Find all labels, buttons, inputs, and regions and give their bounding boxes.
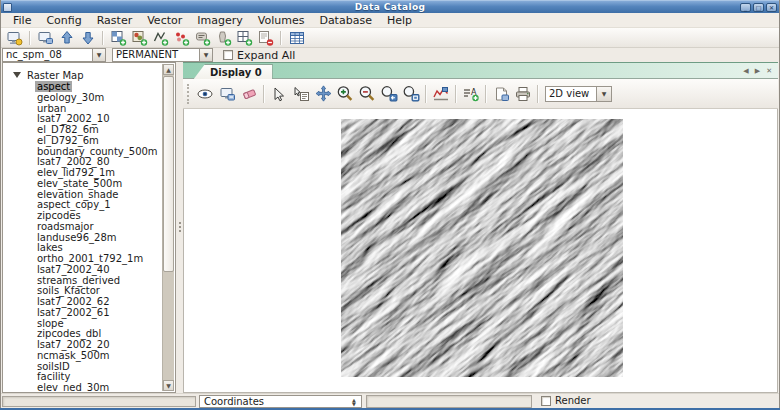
- render-checkbox[interactable]: [541, 396, 551, 406]
- add-labels-icon[interactable]: [193, 29, 212, 47]
- menu-item[interactable]: Database: [312, 13, 380, 28]
- expand-all-checkbox[interactable]: [223, 50, 233, 60]
- tree-scrollbar[interactable]: ▲ ▼: [162, 64, 174, 391]
- zoom-extent-icon[interactable]: [400, 83, 422, 105]
- save-display-icon[interactable]: [216, 83, 238, 105]
- display-toolbar: A 2D view ▼: [183, 79, 778, 109]
- mapset-value: PERMANENT: [116, 49, 178, 60]
- tab-display-0[interactable]: Display 0: [193, 64, 273, 80]
- window-icon: [3, 3, 12, 12]
- menu-item[interactable]: Volumes: [251, 13, 313, 28]
- scrollbar-thumb[interactable]: [163, 76, 174, 272]
- chevron-down-icon[interactable]: ▼: [92, 49, 105, 61]
- maximize-button[interactable]: □: [753, 3, 764, 12]
- statusbar-text-field: [366, 395, 532, 408]
- pointer-icon[interactable]: [268, 83, 290, 105]
- tree-item[interactable]: ncmask_500m: [4, 351, 162, 362]
- tab-close-icon[interactable]: ✕: [766, 67, 772, 76]
- menubar: FileConfigRasterVectorImageryVolumesData…: [1, 13, 779, 28]
- location-bar: nc_spm_08 ▼ PERMANENT ▼ Expand All: [1, 48, 779, 62]
- tree-item[interactable]: aspect_copy_1: [4, 200, 162, 211]
- tree-item[interactable]: soilsID: [4, 362, 162, 373]
- tree-root-label: Raster Map: [27, 70, 84, 81]
- analyze-icon[interactable]: [430, 83, 452, 105]
- tree-item[interactable]: lsat7_2002_40: [4, 265, 162, 276]
- statusbar-mode-value: Coordinates: [204, 396, 264, 407]
- save-workspace-icon[interactable]: [78, 29, 97, 47]
- main-toolbar: [1, 28, 779, 48]
- tree-item-list: aspectgeology_30murbanlsat7_2002_10el_D7…: [4, 82, 162, 391]
- scroll-up-icon[interactable]: ▲: [163, 64, 174, 75]
- add-thematic-icon[interactable]: [172, 29, 191, 47]
- zoom-back-icon[interactable]: [378, 83, 400, 105]
- toolbar-grip-icon[interactable]: [187, 84, 190, 104]
- map-canvas[interactable]: [183, 109, 778, 393]
- statusbar: Coordinates ▲▼ Render: [0, 393, 780, 408]
- toolbar-separator: [29, 31, 31, 45]
- add-raster-icon[interactable]: [109, 29, 128, 47]
- add-overlay-icon[interactable]: A: [460, 83, 482, 105]
- toolbar-separator: [485, 85, 487, 103]
- toolbar-separator: [102, 31, 104, 45]
- add-rgb-icon[interactable]: [130, 29, 149, 47]
- add-group-icon[interactable]: [235, 29, 254, 47]
- new-display-icon[interactable]: [5, 29, 24, 47]
- display-notebook: Display 0 ◀ ▶ ✕: [183, 62, 778, 393]
- toolbar-separator: [263, 85, 265, 103]
- zoom-in-icon[interactable]: [334, 83, 356, 105]
- tree-item[interactable]: elev_state_500m: [4, 179, 162, 190]
- load-workspace-icon[interactable]: [57, 29, 76, 47]
- zoom-out-icon[interactable]: [356, 83, 378, 105]
- tree-item[interactable]: el_D792_6m: [4, 136, 162, 147]
- view-mode-combobox[interactable]: 2D view: [545, 86, 597, 102]
- tree-item[interactable]: lsat7_2002_61: [4, 308, 162, 319]
- query-icon[interactable]: [290, 83, 312, 105]
- menu-item[interactable]: Imagery: [190, 13, 250, 28]
- menu-item[interactable]: Vector: [140, 13, 190, 28]
- raster-map-tree: Raster Map aspectgeology_30murbanlsat7_2…: [4, 64, 162, 391]
- scroll-down-icon[interactable]: ▼: [163, 380, 174, 391]
- render-label: Render: [555, 395, 591, 406]
- progress-gauge: [2, 396, 196, 407]
- raster-map-image[interactable]: [341, 119, 623, 377]
- tree-item[interactable]: roadsmajor: [4, 222, 162, 233]
- open-display-icon[interactable]: [36, 29, 55, 47]
- tree-item[interactable]: landuse96_28m: [4, 233, 162, 244]
- expand-all-label: Expand All: [237, 49, 295, 62]
- minimize-button[interactable]: _: [740, 3, 751, 12]
- print-icon[interactable]: [512, 83, 534, 105]
- erase-icon[interactable]: [238, 83, 260, 105]
- attribute-table-icon[interactable]: [287, 29, 306, 47]
- add-vector-icon[interactable]: [151, 29, 170, 47]
- tab-band: Display 0 ◀ ▶ ✕: [183, 62, 778, 79]
- show-layers-icon[interactable]: [194, 83, 216, 105]
- toolbar-separator: [455, 85, 457, 103]
- catalog-tree-panel: Raster Map aspectgeology_30murbanlsat7_2…: [2, 62, 176, 393]
- menu-item[interactable]: Help: [380, 13, 420, 28]
- statusbar-mode-combobox[interactable]: Coordinates ▲▼: [199, 395, 362, 408]
- save-file-icon[interactable]: [490, 83, 512, 105]
- titlebar[interactable]: Data Catalog _ □ ✕: [0, 0, 780, 13]
- toolbar-separator: [537, 85, 539, 103]
- menu-item[interactable]: Raster: [90, 13, 140, 28]
- tree-item[interactable]: elev_ned_30m: [4, 383, 162, 391]
- chevron-down-icon[interactable]: ▼: [597, 86, 612, 102]
- add-command-icon[interactable]: [214, 29, 233, 47]
- pan-icon[interactable]: [312, 83, 334, 105]
- tab-prev-icon[interactable]: ◀: [743, 67, 748, 76]
- tree-item[interactable]: geology_30m: [4, 93, 162, 104]
- location-combobox[interactable]: nc_spm_08 ▼: [2, 48, 106, 62]
- view-mode-value: 2D view: [549, 88, 589, 99]
- spinner-arrows-icon[interactable]: ▲▼: [349, 396, 359, 407]
- chevron-down-icon[interactable]: ▼: [199, 49, 212, 61]
- close-button[interactable]: ✕: [766, 3, 777, 12]
- splitter-grip-icon: [179, 222, 181, 234]
- menu-item[interactable]: Config: [39, 13, 89, 28]
- mapset-combobox[interactable]: PERMANENT ▼: [112, 48, 213, 62]
- tab-next-icon[interactable]: ▶: [755, 67, 760, 76]
- tree-root-raster-map[interactable]: Raster Map: [4, 68, 162, 82]
- window-title: Data Catalog: [0, 1, 780, 13]
- menu-item[interactable]: File: [6, 13, 39, 28]
- expander-icon[interactable]: [13, 72, 21, 78]
- remove-layer-icon[interactable]: [256, 29, 275, 47]
